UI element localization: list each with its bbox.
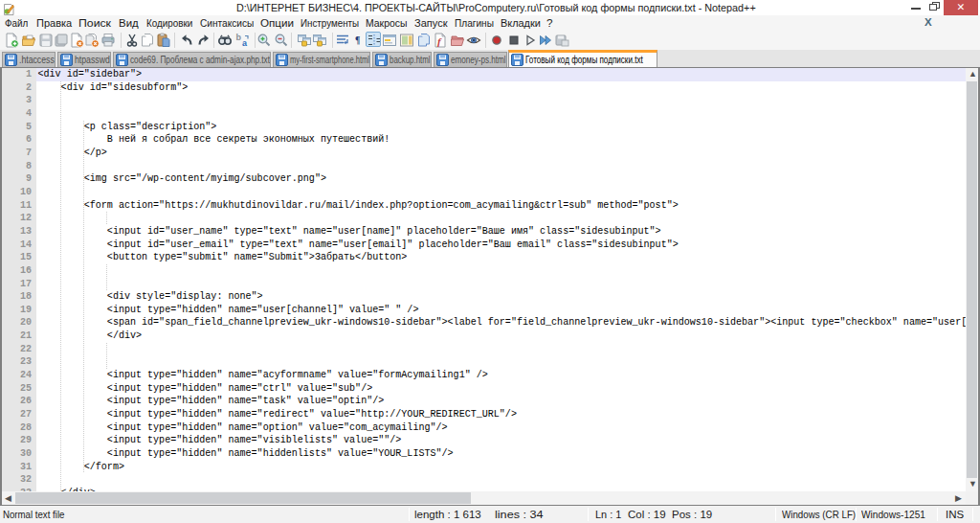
- svg-text:b: b: [236, 33, 242, 42]
- svg-text:a: a: [242, 38, 248, 48]
- svg-text:¶: ¶: [355, 34, 360, 45]
